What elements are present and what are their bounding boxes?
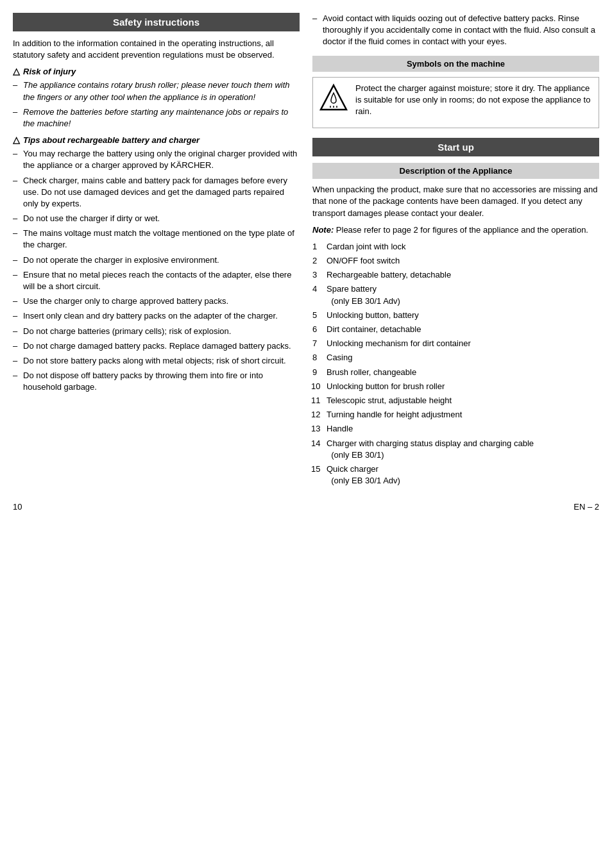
- safety-header: Safety instructions: [13, 13, 300, 31]
- parts-list: 1Cardan joint with lock 2ON/OFF foot swi…: [312, 241, 599, 487]
- list-item: Do not store battery packs along with me…: [13, 355, 300, 367]
- risk-heading: △ Risk of injury: [13, 66, 300, 76]
- list-item: The appliance contains rotary brush roll…: [13, 79, 300, 103]
- list-item: 7Unlocking mechanism for dirt container: [312, 338, 599, 349]
- warning-icon: △: [13, 66, 20, 76]
- risk-list: The appliance contains rotary brush roll…: [13, 79, 300, 129]
- list-item: 8Casing: [312, 352, 599, 363]
- list-item: 11Telescopic strut, adjustable height: [312, 395, 599, 406]
- list-item: Do not charge batteries (primary cells);…: [13, 326, 300, 337]
- tips-list: You may recharge the battery using only …: [13, 148, 300, 393]
- tips-heading: △ Tips about rechargeable battery and ch…: [13, 135, 300, 145]
- note-paragraph: Note: Please refer to page 2 for figures…: [312, 224, 599, 236]
- intro-text: In addition to the information contained…: [13, 38, 300, 61]
- list-item: 15Quick charger (only EB 30/1 Adv): [312, 463, 599, 487]
- description-header: Description of the Appliance: [312, 163, 599, 179]
- description-intro: When unpacking the product, make sure th…: [312, 184, 599, 219]
- symbols-box: Protect the charger against moisture; st…: [312, 77, 599, 129]
- list-item: Use the charger only to charge approved …: [13, 296, 300, 307]
- list-item: Do not charge damaged battery packs. Rep…: [13, 340, 300, 352]
- list-item: Remove the batteries before starting any…: [13, 106, 300, 129]
- moisture-icon: [318, 83, 349, 113]
- footer-right: EN – 2: [574, 502, 599, 512]
- symbols-header: Symbols on the machine: [312, 56, 599, 72]
- list-item: You may recharge the battery using only …: [13, 148, 300, 171]
- list-item: Ensure that no metal pieces reach the co…: [13, 269, 300, 292]
- footer-left: 10: [13, 502, 22, 512]
- list-item: The mains voltage must match the voltage…: [13, 228, 300, 251]
- list-item: 13Handle: [312, 423, 599, 435]
- list-item: 3Rechargeable battery, detachable: [312, 269, 599, 281]
- list-item: 5Unlocking button, battery: [312, 310, 599, 321]
- left-column: Safety instructions In addition to the i…: [13, 13, 300, 489]
- list-item: 12Turning handle for height adjustment: [312, 409, 599, 421]
- note-text: Please refer to page 2 for figures of th…: [334, 225, 588, 235]
- list-item: 2ON/OFF foot switch: [312, 255, 599, 267]
- right-column: Avoid contact with liquids oozing out of…: [312, 13, 599, 489]
- avoid-contact-item: Avoid contact with liquids oozing out of…: [312, 13, 599, 48]
- page-footer: 10 EN – 2: [13, 502, 599, 512]
- list-item: 4Spare battery (only EB 30/1 Adv): [312, 283, 599, 306]
- list-item: Check charger, mains cable and battery p…: [13, 175, 300, 210]
- list-item: 9Brush roller, changeable: [312, 367, 599, 378]
- list-item: 10Unlocking button for brush roller: [312, 381, 599, 392]
- list-item: Insert only clean and dry battery packs …: [13, 310, 300, 322]
- startup-header: Start up: [312, 138, 599, 156]
- symbol-text: Protect the charger against moisture; st…: [355, 83, 593, 118]
- avoid-contact-list: Avoid contact with liquids oozing out of…: [312, 13, 599, 48]
- list-item: Do not operate the charger in explosive …: [13, 255, 300, 266]
- note-label: Note:: [312, 225, 334, 235]
- list-item: 6Dirt container, detachable: [312, 324, 599, 335]
- list-item: 14Charger with charging status display a…: [312, 438, 599, 461]
- warning-icon: △: [13, 135, 20, 145]
- list-item: Do not use the charger if dirty or wet.: [13, 213, 300, 224]
- list-item: Do not dispose off battery packs by thro…: [13, 370, 300, 393]
- list-item: 1Cardan joint with lock: [312, 241, 599, 253]
